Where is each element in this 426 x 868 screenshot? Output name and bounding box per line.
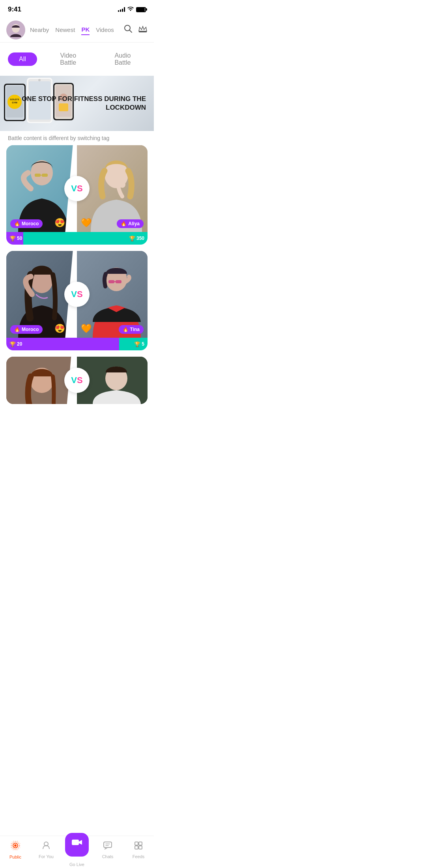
progress-right-1: 🏆 350 (23, 232, 148, 245)
fighter-emoji-left-1: 😍 (54, 218, 65, 228)
score-left-1: 🏆 50 (9, 236, 22, 241)
tab-pk[interactable]: PK (81, 24, 90, 35)
battle-progress-1: 🏆 50 🏆 350 (6, 232, 148, 245)
status-icons (118, 7, 146, 13)
svg-line-3 (130, 30, 132, 33)
svg-point-14 (38, 79, 41, 81)
filter-video-battle-button[interactable]: Video Battle (45, 49, 92, 69)
tab-nearby[interactable]: Nearby (30, 25, 49, 35)
score-left-2: 🏆 20 (9, 341, 22, 347)
fighter-name-left-2: 🔥 Moroco (10, 325, 43, 334)
score-right-2: 🏆 5 (134, 341, 144, 347)
fighter-emoji-right-2: 🧡 (81, 324, 92, 334)
svg-rect-23 (42, 174, 48, 177)
nav-action-icons (124, 24, 148, 35)
battle-arena-1: 🔥 Moroco 😍 (6, 145, 148, 232)
filter-tabs: All Video Battle Audio Battle (0, 43, 154, 76)
fighter-emoji-left-2: 😍 (54, 324, 65, 334)
search-icon[interactable] (124, 24, 133, 35)
nav-tabs: Nearby Newest PK Videos (30, 24, 119, 35)
vs-badge-2: VS (64, 282, 90, 307)
fighter-name-right-1: 🔥 Aliya (117, 219, 144, 228)
svg-rect-32 (108, 280, 114, 283)
promo-banner[interactable]: GOLD'S GYM ONE STOP FOR FITNESS DURING T… (0, 76, 154, 131)
svg-rect-22 (35, 174, 41, 177)
battle-card-3[interactable]: VS (6, 357, 148, 404)
battle-card-2[interactable]: 🔥 Moroco 😍 (6, 251, 148, 350)
progress-left-1: 🏆 50 (6, 232, 23, 245)
fighter-emoji-right-1: 🧡 (81, 218, 92, 228)
tab-videos[interactable]: Videos (96, 25, 114, 35)
progress-left-2: 🏆 20 (6, 338, 119, 350)
vs-badge-1: VS (64, 176, 90, 201)
battle-arena-3: VS (6, 357, 148, 404)
status-time: 9:41 (8, 6, 21, 13)
battle-hint: Battle content is different by switching… (0, 131, 154, 145)
filter-all-button[interactable]: All (8, 52, 37, 66)
vs-text-3: VS (71, 375, 82, 385)
score-right-1: 🏆 350 (129, 236, 144, 241)
vs-text-1: VS (71, 183, 82, 194)
wifi-icon (127, 7, 134, 13)
fighter-name-right-2: 🔥 Tina (119, 325, 144, 334)
vs-badge-3: VS (64, 368, 90, 393)
banner-text: ONE STOP FOR FITNESS DURING THE LOCKDOWN (0, 95, 146, 112)
battery-icon (136, 7, 146, 12)
avatar[interactable] (6, 21, 25, 39)
crown-icon[interactable] (138, 25, 148, 35)
signal-icon (118, 7, 125, 12)
tab-newest[interactable]: Newest (55, 25, 75, 35)
battle-arena-2: 🔥 Moroco 😍 (6, 251, 148, 338)
svg-rect-4 (139, 31, 147, 32)
battle-progress-2: 🏆 20 🏆 5 (6, 338, 148, 350)
vs-text-2: VS (71, 289, 82, 299)
svg-rect-33 (116, 280, 121, 283)
battle-card-1[interactable]: 🔥 Moroco 😍 (6, 145, 148, 245)
fighter-name-left-1: 🔥 Moroco (10, 219, 43, 228)
progress-right-2: 🏆 5 (119, 338, 148, 350)
filter-audio-battle-button[interactable]: Audio Battle (99, 49, 146, 69)
status-bar: 9:41 (0, 0, 154, 17)
nav-header: Nearby Newest PK Videos (0, 17, 154, 43)
